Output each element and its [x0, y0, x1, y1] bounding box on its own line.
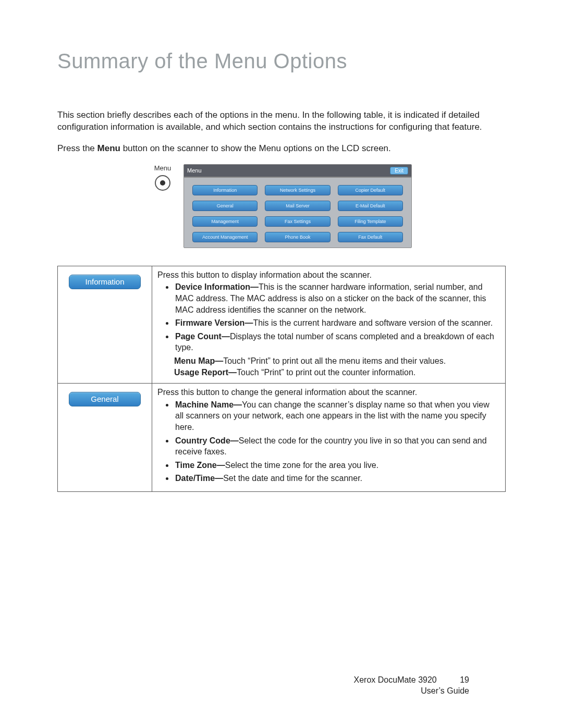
- option-tail-line: Usage Report—Touch “Print” to print out …: [174, 367, 500, 378]
- lcd-option-button: Filing Template: [338, 216, 403, 227]
- option-pill: General: [69, 392, 141, 406]
- lcd-option-button: General: [192, 201, 258, 211]
- option-button-cell: General: [58, 384, 152, 492]
- option-item-list: Device Information—This is the scanner h…: [157, 281, 500, 353]
- option-description-cell: Press this button to display information…: [152, 266, 506, 383]
- lcd-option-button: Information: [192, 185, 258, 195]
- footer-page-number: 19: [460, 675, 469, 686]
- lcd-option-button: Account Management: [192, 232, 258, 242]
- option-item-term: Time Zone—: [175, 461, 225, 470]
- intro2-pre: Press the: [57, 143, 97, 153]
- lcd-option-button: E-Mail Default: [338, 201, 403, 211]
- lcd-option-button: Phone Book: [265, 232, 330, 242]
- page-footer: Xerox DocuMate 3920 19 User’s Guide: [354, 675, 469, 697]
- lcd-option-button: Network Settings: [265, 185, 330, 195]
- option-item-term: Page Count—: [175, 332, 230, 341]
- lcd-illustration: Menu Menu Exit InformationNetwork Settin…: [151, 164, 412, 248]
- option-lead-text: Press this button to display information…: [157, 269, 500, 281]
- option-tail-line: Menu Map—Touch “Print” to print out all …: [174, 355, 500, 367]
- option-item-term: Firmware Version—: [175, 318, 253, 327]
- option-tail-text: Touch “Print” to print out all the menu …: [223, 356, 446, 365]
- intro-paragraph-2: Press the Menu button on the scanner to …: [57, 143, 506, 155]
- lcd-titlebar: Menu Exit: [184, 165, 411, 178]
- lcd-exit-button: Exit: [390, 167, 408, 175]
- menu-button-icon: [155, 175, 170, 191]
- footer-product: Xerox DocuMate 3920: [354, 675, 437, 684]
- option-tail-text: Touch “Print” to print out the counter i…: [237, 368, 415, 377]
- option-item: Machine Name—You can change the scanner’…: [174, 399, 500, 433]
- lcd-option-button: Copier Default: [338, 185, 403, 195]
- menu-options-table: InformationPress this button to display …: [57, 266, 506, 492]
- hardware-menu-label: Menu: [151, 164, 174, 172]
- lcd-option-button: Fax Settings: [265, 216, 330, 227]
- option-item-text: Select the time zone for the area you li…: [225, 461, 378, 470]
- intro2-post: button on the scanner to show the Menu o…: [120, 143, 391, 153]
- option-item-term: Date/Time—: [175, 474, 223, 483]
- option-tail-term: Menu Map—: [174, 356, 223, 365]
- option-description-cell: Press this button to change the general …: [152, 384, 506, 492]
- option-button-cell: Information: [58, 266, 152, 383]
- option-item: Date/Time—Set the date and time for the …: [174, 473, 500, 484]
- option-pill: Information: [69, 275, 141, 289]
- option-item-text: This is the current hardware and softwar…: [253, 318, 493, 327]
- lcd-option-button: Mail Server: [265, 201, 330, 211]
- lcd-screen: Menu Exit InformationNetwork SettingsCop…: [183, 164, 412, 248]
- footer-doc-title: User’s Guide: [354, 686, 469, 697]
- option-item-term: Country Code—: [175, 436, 239, 445]
- option-item-term: Machine Name—: [175, 400, 242, 409]
- intro-paragraph-1: This section briefly describes each of t…: [57, 109, 506, 133]
- option-item: Page Count—Displays the total number of …: [174, 331, 500, 353]
- lcd-option-button: Fax Default: [338, 232, 403, 242]
- option-item: Country Code—Select the code for the cou…: [174, 435, 500, 458]
- option-item-term: Device Information—: [175, 282, 259, 291]
- option-lead-text: Press this button to change the general …: [157, 387, 500, 398]
- lcd-title: Menu: [187, 167, 202, 174]
- option-item: Time Zone—Select the time zone for the a…: [174, 460, 500, 471]
- hardware-menu-button: Menu: [151, 164, 174, 248]
- intro2-bold: Menu: [97, 143, 120, 153]
- option-tail-term: Usage Report—: [174, 368, 237, 377]
- option-item-list: Machine Name—You can change the scanner’…: [157, 399, 500, 484]
- option-item-text: Set the date and time for the scanner.: [223, 474, 362, 483]
- option-item: Firmware Version—This is the current har…: [174, 317, 500, 329]
- lcd-option-button: Management: [192, 216, 258, 227]
- page-title: Summary of the Menu Options: [57, 50, 506, 73]
- option-item: Device Information—This is the scanner h…: [174, 281, 500, 315]
